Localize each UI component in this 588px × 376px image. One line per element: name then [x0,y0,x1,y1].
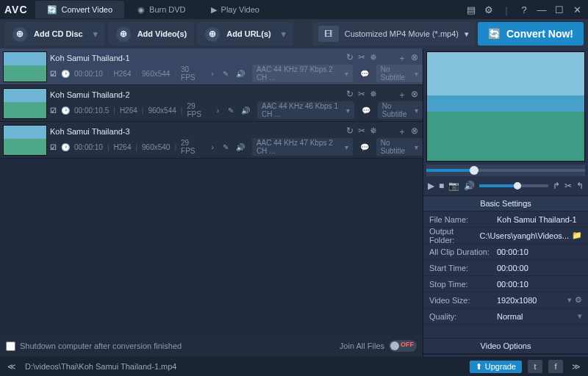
audio-track-select[interactable]: AAC 44 KHz 47 Kbps 2 CH ...▾ [252,138,353,156]
file-row[interactable]: Koh Samui Thailand-3↻✂✵＋⊗☑🕑00:00:10|H264… [0,122,423,159]
start-value[interactable]: 00:00:00 [497,264,528,272]
cut-icon[interactable]: ✂ [358,89,365,101]
minimize-icon[interactable]: — [535,4,548,15]
codec: H264 [114,143,132,151]
add-url-button[interactable]: ⊕ Add URL(s) ▾ [197,22,293,46]
file-list-pane: Koh Samui Thailand-1↻✂✵＋⊗☑🕑00:00:10|H264… [0,48,423,357]
file-row[interactable]: Koh Samui Thailand-2↻✂✵＋⊗☑🕑00:00:10.5|H2… [0,85,423,122]
subtitle-icon: 💬 [360,70,369,78]
button-label: Convert Now! [506,28,573,40]
chevron-down-icon: ▾ [345,70,348,78]
folder-browse-icon[interactable]: 📁 [572,231,582,240]
file-list: Koh Samui Thailand-1↻✂✵＋⊗☑🕑00:00:10|H264… [0,48,423,335]
chevron-down-icon[interactable]: ▾ [567,295,572,305]
subtitle-label: No Subtitle [381,65,412,82]
button-label: Add URL(s) [226,29,271,38]
expand-icon[interactable]: › [217,106,219,115]
facebook-icon[interactable]: f [548,360,563,373]
subtitle-select[interactable]: No Subtitle▾ [376,65,423,82]
output-profile-select[interactable]: 🎞 Customized MP4 Movie (*.mp4) ▾ [312,22,475,46]
snapshot-button[interactable]: 📷 [448,181,459,191]
effects-icon[interactable]: ✵ [370,126,377,138]
chevron-down-icon[interactable]: ▾ [93,29,98,39]
gear-icon[interactable]: ⚙ [482,4,495,15]
add-video-button[interactable]: ⊕ Add Video(s) [108,22,195,46]
tab-burn-dvd[interactable]: ◉ Burn DVD [126,1,198,18]
filename-value[interactable]: Koh Samui Thailand-1 [497,215,577,224]
list-bottom-bar: Shutdown computer after conversion finis… [0,335,423,357]
label: Output Folder: [429,227,480,245]
video-preview[interactable] [426,51,585,162]
size-value[interactable]: 1920x1080 [497,296,564,305]
chevron-down-icon: ▾ [465,29,469,39]
upgrade-label: Upgrade [485,362,516,371]
film-icon: 🎞 [318,26,339,42]
row-duration: All Clip Duration: 00:00:10 [423,244,588,260]
help-icon[interactable]: ? [517,4,531,15]
chevron-down-icon: ▾ [415,106,418,115]
stop-button[interactable]: ■ [439,181,444,191]
refresh-icon[interactable]: ↻ [346,89,354,101]
file-checkbox[interactable]: ☑ [50,106,57,115]
add-item-icon[interactable]: ＋ [398,52,406,65]
subtitle-select[interactable]: No Subtitle▾ [376,138,423,156]
up-arrow-icon: ⬆ [476,362,482,372]
effects-icon[interactable]: ✵ [370,89,377,101]
file-checkbox[interactable]: ☑ [50,70,57,78]
tab-label: Convert Video [62,5,113,14]
cut-icon[interactable]: ✂ [358,126,365,138]
remove-item-icon[interactable]: ⊗ [411,126,418,138]
remove-item-icon[interactable]: ⊗ [411,52,418,65]
upgrade-button[interactable]: ⬆ Upgrade [470,361,522,373]
timeline-slider[interactable] [426,164,585,176]
nav-prev-button[interactable]: ≪ [4,362,19,372]
mark-in-button[interactable]: ↱ [553,181,560,191]
tab-convert-video[interactable]: 🔄 Convert Video [35,1,125,18]
remove-item-icon[interactable]: ⊗ [411,89,418,101]
audio-track-select[interactable]: AAC 44 KHz 46 Kbps 1 CH ...▾ [257,101,354,119]
shutdown-checkbox[interactable] [6,341,15,351]
expand-icon[interactable]: › [212,143,214,151]
cut-button[interactable]: ✂ [564,181,572,191]
chevron-down-icon[interactable]: ▾ [282,29,286,39]
chevron-down-icon[interactable]: ▾ [578,311,582,321]
file-row[interactable]: Koh Samui Thailand-1↻✂✵＋⊗☑🕑00:00:10|H264… [0,48,423,85]
nav-next-button[interactable]: ≫ [569,362,584,372]
menu-icon[interactable]: ▤ [465,4,478,15]
volume-icon[interactable]: 🔊 [464,181,475,191]
twitter-icon[interactable]: t [528,360,542,373]
refresh-icon[interactable]: ↻ [346,52,354,65]
edit-icon[interactable]: ✎ [228,106,234,115]
edit-icon[interactable]: ✎ [223,143,229,151]
close-icon[interactable]: ✕ [570,4,584,15]
tab-label: Burn DVD [149,5,186,14]
file-checkbox[interactable]: ☑ [50,143,57,151]
stop-value[interactable]: 00:00:10 [497,280,528,289]
shutdown-label: Shutdown computer after conversion finis… [20,341,182,350]
resolution: 960x544 [142,70,170,78]
cut-icon[interactable]: ✂ [358,52,365,65]
fps: 29 FPS [181,139,203,155]
join-files-switch[interactable]: OFF [389,340,417,352]
maximize-icon[interactable]: ☐ [553,4,566,15]
audio-track-select[interactable]: AAC 44 KHz 97 Kbps 2 CH ...▾ [252,65,353,82]
edit-icon[interactable]: ✎ [223,70,229,78]
refresh-icon[interactable]: ↻ [346,126,354,138]
expand-icon[interactable]: › [212,70,214,78]
duration: 00:00:10.5 [74,106,109,115]
add-item-icon[interactable]: ＋ [398,89,406,101]
tab-play-video[interactable]: ▶ Play Video [199,1,271,18]
video-options-header[interactable]: Video Options [423,338,588,354]
subtitle-select[interactable]: No Subtitle▾ [378,101,423,119]
quality-value[interactable]: Normal [497,312,575,321]
add-item-icon[interactable]: ＋ [398,126,406,138]
play-button[interactable]: ▶ [428,181,434,191]
volume-slider[interactable] [479,184,548,187]
add-cd-button[interactable]: ⊕ Add CD Disc ▾ [4,22,105,46]
convert-now-button[interactable]: 🔄 Convert Now! [478,22,584,46]
timeline-handle[interactable] [470,166,478,175]
effects-icon[interactable]: ✵ [370,52,377,65]
mark-out-button[interactable]: ↰ [576,181,584,191]
gear-icon[interactable]: ⚙ [575,295,582,305]
row-video-size: Video Size: 1920x1080▾⚙ [423,292,588,308]
